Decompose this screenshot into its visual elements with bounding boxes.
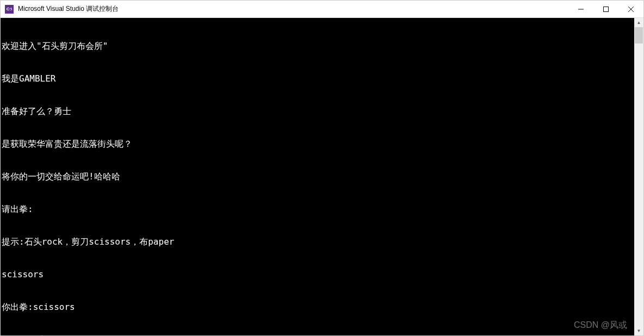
scroll-down-arrow-icon[interactable]: ▼ [634,326,643,335]
scroll-up-arrow-icon[interactable]: ▲ [634,18,643,27]
console-line: 欢迎进入"石头剪刀布会所" [2,41,634,52]
console-line: 将你的一切交给命运吧!哈哈哈 [2,171,634,182]
console-line: 是获取荣华富贵还是流落街头呢？ [2,139,634,150]
console-line: GMABLER出拳:paper [2,334,634,335]
maximize-button[interactable] [593,1,618,17]
console-line: 提示:石头rock，剪刀scissors，布paper [2,237,634,247]
console-line: 我是GAMBLER [2,73,634,84]
vertical-scrollbar[interactable]: ▲ ▼ [634,18,643,335]
console-line: 你出拳:scissors [2,302,634,313]
close-button[interactable] [618,1,643,17]
console-area: 欢迎进入"石头剪刀布会所" 我是GAMBLER 准备好了么？勇士 是获取荣华富贵… [1,18,643,335]
console-window: C:\ Microsoft Visual Studio 调试控制台 欢迎进入"石… [0,0,644,336]
console-line: scissors [2,269,634,280]
svg-rect-1 [604,7,609,11]
console-line: 请出拳: [2,204,634,215]
minimize-button[interactable] [568,1,593,17]
window-controls [568,1,643,17]
window-title: Microsoft Visual Studio 调试控制台 [18,4,568,14]
console-line: 准备好了么？勇士 [2,106,634,117]
scrollbar-thumb[interactable] [635,27,643,43]
titlebar[interactable]: C:\ Microsoft Visual Studio 调试控制台 [1,1,643,18]
console-output[interactable]: 欢迎进入"石头剪刀布会所" 我是GAMBLER 准备好了么？勇士 是获取荣华富贵… [1,18,634,335]
app-icon: C:\ [5,5,14,14]
